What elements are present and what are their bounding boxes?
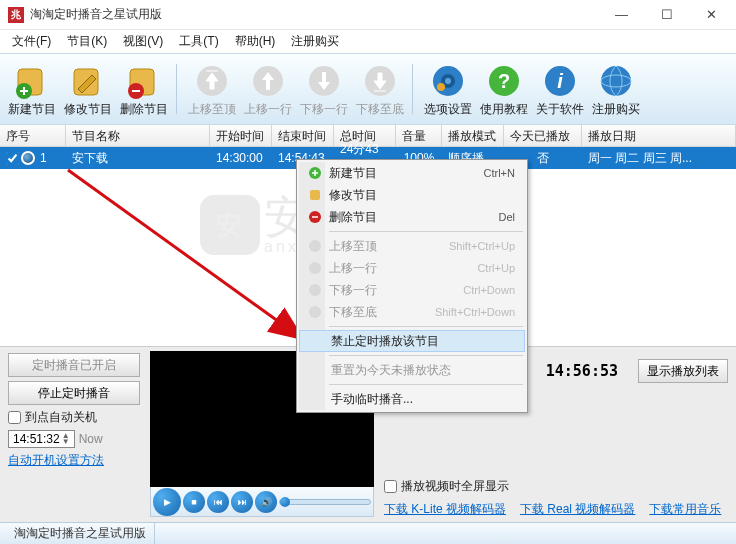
fullscreen-label: 播放视频时全屏显示	[401, 478, 509, 495]
app-icon: 兆	[8, 7, 24, 23]
cell-date: 周一 周二 周三 周...	[582, 150, 736, 167]
stop-scheduled-button[interactable]: 停止定时播音	[8, 381, 140, 405]
menu-register[interactable]: 注册购买	[283, 31, 347, 52]
ctx-delete-program[interactable]: 删除节目Del	[299, 206, 525, 228]
info-icon: i	[542, 63, 578, 99]
watermark-badge-icon: 安	[200, 195, 260, 255]
ctx-move-down[interactable]: 下移一行Ctrl+Down	[299, 279, 525, 301]
svg-rect-21	[310, 190, 320, 200]
move-bottom-button[interactable]: 下移至底	[352, 58, 408, 120]
toolbar-separator	[176, 64, 180, 114]
ctx-manual-play[interactable]: 手动临时播音...	[299, 388, 525, 410]
svg-text:?: ?	[498, 70, 510, 92]
delete-icon	[307, 209, 323, 225]
ctx-edit-program[interactable]: 修改节目	[299, 184, 525, 206]
new-program-button[interactable]: 新建节目	[4, 58, 60, 120]
cell-seq: 1	[40, 151, 47, 165]
svg-point-25	[309, 284, 321, 296]
arrow-up-icon	[307, 260, 323, 276]
options-label: 选项设置	[424, 101, 472, 118]
ctx-new-program[interactable]: 新建节目Ctrl+N	[299, 162, 525, 184]
minimize-button[interactable]: —	[599, 1, 644, 29]
col-vol[interactable]: 音量	[396, 125, 442, 146]
row-checkbox[interactable]	[6, 152, 19, 165]
ctx-reset-today[interactable]: 重置为今天未播放状态	[299, 359, 525, 381]
context-separator	[329, 384, 523, 385]
globe-icon	[598, 63, 634, 99]
next-button[interactable]: ⏭	[231, 491, 253, 513]
about-label: 关于软件	[536, 101, 584, 118]
arrow-top-icon	[307, 238, 323, 254]
now-label: Now	[79, 432, 103, 446]
menu-tools[interactable]: 工具(T)	[171, 31, 226, 52]
col-seq[interactable]: 序号	[0, 125, 66, 146]
svg-point-26	[309, 306, 321, 318]
arrow-up-icon	[250, 63, 286, 99]
help-icon: ?	[486, 63, 522, 99]
col-start[interactable]: 开始时间	[210, 125, 272, 146]
real-link[interactable]: 下载 Real 视频解码器	[520, 501, 635, 518]
edit-program-button[interactable]: 修改节目	[60, 58, 116, 120]
svg-point-24	[309, 262, 321, 274]
register-button[interactable]: 注册购买	[588, 58, 644, 120]
delete-icon	[126, 63, 162, 99]
cell-name: 安下载	[66, 150, 210, 167]
spin-buttons-icon[interactable]: ▲▼	[62, 433, 70, 445]
arrow-bottom-icon	[307, 304, 323, 320]
svg-text:i: i	[557, 70, 563, 92]
music-link[interactable]: 下载常用音乐	[649, 501, 721, 518]
maximize-button[interactable]: ☐	[644, 1, 689, 29]
move-top-label: 上移至顶	[188, 101, 236, 118]
fullscreen-checkbox[interactable]	[384, 480, 397, 493]
gear-icon	[430, 63, 466, 99]
stop-button[interactable]: ■	[183, 491, 205, 513]
arrow-down-icon	[307, 282, 323, 298]
window-controls: — ☐ ✕	[599, 1, 734, 29]
menu-file[interactable]: 文件(F)	[4, 31, 59, 52]
window-title: 淘淘定时播音之星试用版	[30, 6, 599, 23]
add-icon	[14, 63, 50, 99]
current-time: 14:56:53	[546, 362, 618, 380]
arrow-bottom-icon	[362, 63, 398, 99]
status-text: 淘淘定时播音之星试用版	[6, 523, 155, 544]
context-separator	[329, 231, 523, 232]
show-playlist-button[interactable]: 显示播放列表	[638, 359, 728, 383]
menu-program[interactable]: 节目(K)	[59, 31, 115, 52]
auto-start-link[interactable]: 自动开机设置方法	[8, 452, 140, 469]
options-button[interactable]: 选项设置	[420, 58, 476, 120]
ctx-move-top[interactable]: 上移至顶Shift+Ctrl+Up	[299, 235, 525, 257]
move-up-button[interactable]: 上移一行	[240, 58, 296, 120]
add-icon	[307, 165, 323, 181]
col-end[interactable]: 结束时间	[272, 125, 334, 146]
delete-program-button[interactable]: 删除节目	[116, 58, 172, 120]
player-controls: ▶ ■ ⏮ ⏭ 🔊	[150, 487, 374, 517]
menu-view[interactable]: 视图(V)	[115, 31, 171, 52]
mute-button[interactable]: 🔊	[255, 491, 277, 513]
auto-shutdown-checkbox[interactable]	[8, 411, 21, 424]
shutdown-time-spinner[interactable]: 14:51:32 ▲▼	[8, 430, 75, 448]
menu-help[interactable]: 帮助(H)	[227, 31, 284, 52]
left-controls: 定时播音已开启 停止定时播音 到点自动关机 14:51:32 ▲▼ Now 自动…	[0, 347, 148, 522]
about-button[interactable]: i 关于软件	[532, 58, 588, 120]
delete-program-label: 删除节目	[120, 101, 168, 118]
ctx-move-up[interactable]: 上移一行Ctrl+Up	[299, 257, 525, 279]
col-date[interactable]: 播放日期	[582, 125, 736, 146]
prev-button[interactable]: ⏮	[207, 491, 229, 513]
svg-point-12	[437, 83, 445, 91]
col-today[interactable]: 今天已播放	[504, 125, 582, 146]
scheduled-status-button[interactable]: 定时播音已开启	[8, 353, 140, 377]
col-name[interactable]: 节目名称	[66, 125, 210, 146]
menu-bar: 文件(F) 节目(K) 视图(V) 工具(T) 帮助(H) 注册购买	[0, 30, 736, 53]
seek-thumb-icon[interactable]	[280, 497, 290, 507]
klite-link[interactable]: 下载 K-Lite 视频解码器	[384, 501, 506, 518]
play-button[interactable]: ▶	[153, 488, 181, 516]
col-mode[interactable]: 播放模式	[442, 125, 504, 146]
move-down-button[interactable]: 下移一行	[296, 58, 352, 120]
close-button[interactable]: ✕	[689, 1, 734, 29]
ctx-move-bottom[interactable]: 下移至底Shift+Ctrl+Down	[299, 301, 525, 323]
context-separator	[329, 355, 523, 356]
tutorial-button[interactable]: ? 使用教程	[476, 58, 532, 120]
seek-bar[interactable]	[279, 499, 371, 505]
ctx-forbid-schedule[interactable]: 禁止定时播放该节目	[299, 330, 525, 352]
move-top-button[interactable]: 上移至顶	[184, 58, 240, 120]
